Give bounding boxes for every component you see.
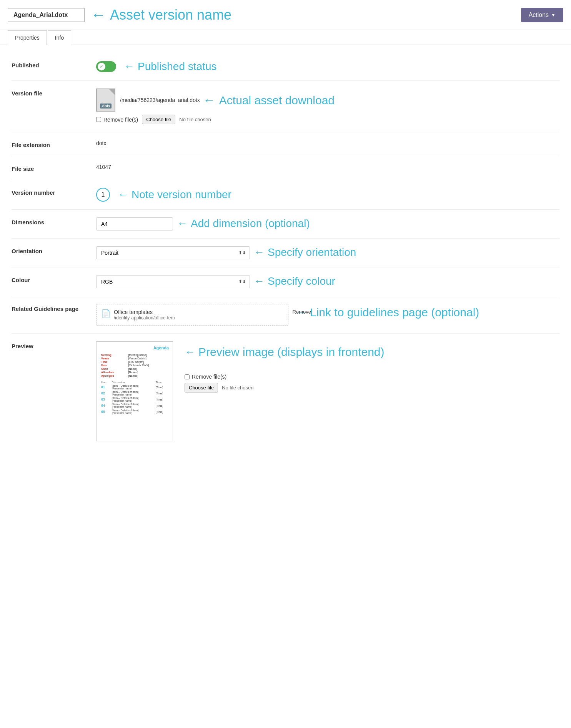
published-value: ← Published status	[96, 60, 559, 73]
colour-annotation: ← Specify colour	[254, 275, 335, 287]
no-file-text: No file chosen	[179, 117, 211, 122]
toggle-row: ← Published status	[96, 60, 216, 73]
remove-files-checkbox[interactable]	[96, 117, 101, 122]
tab-properties[interactable]: Properties	[8, 30, 47, 45]
file-ext-badge: .dotx	[100, 104, 112, 109]
file-extension-field: File extension dotx	[12, 132, 559, 156]
arrow-icon: ←	[124, 60, 135, 73]
file-row-inner: .dotx /media/756223/agenda_arial.dotx ← …	[96, 88, 335, 124]
orientation-value: Portrait Landscape ← Specify orientation	[96, 246, 559, 259]
version-circle: 1	[96, 188, 110, 202]
file-icon: .dotx	[96, 88, 115, 112]
preview-file-controls: Remove file(s)	[185, 374, 385, 380]
guidelines-page-name: Office templates	[114, 309, 175, 315]
arrow-icon: ←	[91, 6, 106, 23]
guidelines-remove-button[interactable]: Remove	[293, 309, 311, 315]
asset-name-box: Agenda_Arial.dotx	[8, 8, 85, 22]
published-toggle[interactable]	[96, 61, 116, 72]
orientation-annotation: ← Specify orientation	[254, 246, 356, 259]
preview-document: Agenda Meeting [Meeting name] Venue [Ven…	[96, 341, 173, 441]
file-extension-label: File extension	[12, 140, 88, 148]
preview-value: Agenda Meeting [Meeting name] Venue [Ven…	[96, 341, 559, 441]
table-row: Date [XX Month 20XX]	[100, 364, 169, 367]
actions-label: Actions	[529, 12, 549, 18]
remove-files-checkbox-label[interactable]: Remove file(s)	[96, 117, 138, 123]
main-content: Published ← Published status Version fil…	[0, 45, 571, 457]
preview-no-file-text: No file chosen	[222, 385, 253, 391]
preview-remove-checkbox-label[interactable]: Remove file(s)	[185, 374, 226, 380]
asset-name-annotation: ← Asset version name	[91, 6, 231, 23]
preview-choose-file-button[interactable]: Choose file	[185, 383, 218, 392]
colour-field: Colour RGB CMYK Grayscale ← Specify colo…	[12, 267, 559, 296]
dimensions-field: Dimensions ← Add dimension (optional)	[12, 210, 559, 239]
guidelines-label: Related Guidelines page	[12, 304, 88, 312]
table-row: 04 [Item – Details of item] [Presenter n…	[100, 402, 169, 409]
guidelines-annotation: ← Link to guidelines page (optional)	[296, 304, 479, 319]
version-file-field: Version file .dotx /media/756223/agenda_…	[12, 81, 559, 132]
colour-label: Colour	[12, 275, 88, 283]
table-row: 05 [Item – Details of item] [Presenter n…	[100, 409, 169, 415]
tab-bar: Properties Info	[0, 30, 571, 45]
guidelines-text-block: Office templates /identity-application/o…	[114, 309, 175, 321]
choose-file-button[interactable]: Choose file	[142, 115, 175, 124]
arrow-icon: ←	[254, 275, 265, 287]
asset-name: Agenda_Arial.dotx	[13, 12, 68, 18]
colour-value: RGB CMYK Grayscale ← Specify colour	[96, 275, 559, 288]
preview-doc-title: Agenda	[100, 346, 169, 350]
colour-select[interactable]: RGB CMYK Grayscale	[96, 275, 250, 288]
version-row-content: 1 ← Note version number	[96, 188, 231, 202]
version-number-value: 1 ← Note version number	[96, 188, 559, 202]
colour-select-wrapper: RGB CMYK Grayscale	[96, 275, 250, 288]
table-row: 01 [Item – Details of item] [Presenter n…	[100, 384, 169, 390]
file-size-text: 41047	[96, 164, 111, 170]
tab-info[interactable]: Info	[48, 30, 71, 45]
orientation-label: Orientation	[12, 246, 88, 254]
remove-files-label: Remove file(s)	[103, 117, 138, 123]
preview-items-table: Item Discussion Time 01 [Item – Details …	[100, 381, 169, 415]
preview-info-table: Meeting [Meeting name] Venue [Venue Deta…	[100, 353, 169, 377]
preview-right: ← Preview image (displays in frontend) R…	[185, 341, 385, 392]
guidelines-item: 📄 Office templates /identity-application…	[101, 309, 283, 321]
file-extension-value: dotx	[96, 140, 559, 146]
published-field: Published ← Published status	[12, 53, 559, 81]
download-annotation: ← Actual asset download	[203, 93, 335, 107]
preview-remove-checkbox[interactable]	[185, 374, 190, 379]
table-row: Time [0.00 am/pm]	[100, 360, 169, 364]
page-header: Agenda_Arial.dotx ← Asset version name A…	[0, 0, 571, 30]
version-number-label: Version number	[12, 188, 88, 196]
dimensions-label: Dimensions	[12, 217, 88, 225]
dimensions-annotation: ← Add dimension (optional)	[177, 217, 310, 230]
guidelines-field: Related Guidelines page 📄 Office templat…	[12, 296, 559, 334]
version-number-field: Version number 1 ← Note version number	[12, 180, 559, 210]
preview-annotation: ← Preview image (displays in frontend)	[185, 345, 385, 359]
table-row: Venue [Venue Details]	[100, 357, 169, 360]
table-row: Attendees [Names]	[100, 371, 169, 374]
orientation-select[interactable]: Portrait Landscape	[96, 246, 250, 259]
file-size-value: 41047	[96, 164, 559, 170]
arrow-icon: ←	[203, 93, 215, 107]
file-download-arrow: /media/756223/agenda_arial.dotx ← Actual…	[120, 93, 335, 107]
dimensions-input[interactable]	[96, 217, 173, 230]
file-path: /media/756223/agenda_arial.dotx	[120, 97, 200, 103]
actions-button[interactable]: Actions	[521, 8, 563, 22]
published-annotation: ← Published status	[124, 60, 216, 73]
guidelines-box: 📄 Office templates /identity-application…	[96, 304, 288, 326]
guidelines-page-path: /identity-application/office-tem	[114, 315, 175, 321]
file-size-field: File size 41047	[12, 156, 559, 180]
table-row: 03 [Item – Details of item] [Presenter n…	[100, 396, 169, 402]
asset-name-label: Asset version name	[110, 7, 231, 23]
published-label: Published	[12, 60, 88, 68]
doc-icon: 📄	[101, 309, 111, 318]
preview-field: Preview Agenda Meeting [Meeting name] Ve…	[12, 334, 559, 449]
guidelines-value: 📄 Office templates /identity-application…	[96, 304, 559, 326]
dimensions-value: ← Add dimension (optional)	[96, 217, 559, 230]
table-row: Chair [Name]	[100, 367, 169, 371]
arrow-icon: ←	[177, 217, 188, 230]
orientation-select-wrapper: Portrait Landscape	[96, 246, 250, 259]
preview-choose-file-row: Choose file No file chosen	[185, 383, 385, 392]
file-size-label: File size	[12, 164, 88, 172]
arrow-icon: ←	[254, 246, 265, 259]
preview-label: Preview	[12, 341, 88, 349]
file-controls: Remove file(s) Choose file No file chose…	[96, 115, 335, 124]
version-file-value: .dotx /media/756223/agenda_arial.dotx ← …	[96, 88, 559, 124]
